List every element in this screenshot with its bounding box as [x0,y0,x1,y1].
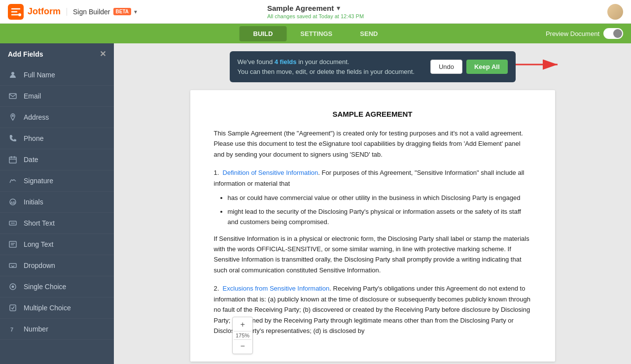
doc-section-2: 2. Exclusions from Sensitive Information… [214,283,531,336]
doc-section-1: 1. Definition of Sensitive Information. … [214,167,531,227]
long-text-icon [8,239,18,249]
sidebar-item-number[interactable]: 7 Number [0,319,114,340]
sidebar-item-label: Address [24,113,49,121]
found-text2: in your document. [297,58,350,66]
doc-title-chevron[interactable]: ▾ [337,4,340,12]
fields-count: 4 fields [275,58,297,66]
doc-paragraph-1: This Sample Agreement (the "Agreement") … [214,128,531,160]
svg-point-2 [11,72,14,75]
sidebar-item-label: Dropdown [24,262,55,269]
tab-send[interactable]: SEND [346,26,391,41]
notification-banner: We've found 4 fields in your document. Y… [230,51,516,82]
top-header: Jotform Sign Builder BETA ▾ Sample Agree… [0,0,631,24]
doc-section-1-title: 1. Definition of Sensitive Information. … [214,167,531,189]
notification-wrapper: We've found 4 fields in your document. Y… [230,51,516,82]
section1-num: 1. [214,169,219,176]
sidebar: Add Fields ✕ Full Name Email [0,43,114,364]
doc-title[interactable]: Sample Agreement ▾ [267,4,364,12]
sidebar-item-label: Signature [24,177,53,185]
svg-rect-3 [9,94,16,99]
sidebar-item-address[interactable]: Address [0,107,114,128]
sidebar-title: Add Fields [8,50,43,58]
list-item: has or could have commercial value or ot… [228,193,531,203]
notification-text: We've found 4 fields in your document. Y… [238,57,415,76]
section1-link[interactable]: Definition of Sensitive Information [223,169,318,176]
section2-text: . Receiving Party's obligations under th… [214,285,530,334]
doc-paragraph-2: If Sensitive Information is in a physica… [214,233,531,276]
svg-point-4 [12,115,14,117]
sidebar-item-label: Initials [24,198,43,206]
sidebar-item-label: Email [24,92,41,100]
svg-rect-13 [10,305,16,311]
content-area: We've found 4 fields in your document. Y… [114,43,631,364]
sign-builder-label: Sign Builder [73,8,110,16]
nav-tabs: BUILD SETTINGS SEND Preview Document [0,24,631,43]
svg-text:7: 7 [10,327,13,332]
notif-buttons: Undo Keep All [430,60,508,74]
sidebar-item-signature[interactable]: Signature [0,170,114,192]
keep-all-button[interactable]: Keep All [466,60,508,74]
doc-status: All changes saved at Today at 12:43 PM [267,13,364,19]
jotform-logo [8,4,24,20]
found-text: We've found [238,58,275,66]
sidebar-item-label: Single Choice [24,283,66,291]
sidebar-item-short-text[interactable]: Short Text [0,213,114,234]
sidebar-item-label: Full Name [24,71,55,79]
person-icon [8,70,18,80]
sub-text: You can then move, edit, or delete the f… [238,67,415,77]
preview-toggle-switch[interactable] [603,28,623,39]
svg-text:AB: AB [10,201,15,204]
short-text-icon [8,218,18,228]
sidebar-item-dropdown[interactable]: Dropdown [0,255,114,276]
email-icon [8,91,18,101]
section2-link[interactable]: Exclusions from Sensitive Information [223,285,330,292]
zoom-level: 175% [234,331,251,340]
sidebar-item-phone[interactable]: Phone [0,128,114,149]
radio-icon [8,282,18,292]
logo-text: Jotform [28,6,61,17]
svg-rect-9 [9,241,16,247]
avatar[interactable] [607,4,623,20]
sidebar-items: Full Name Email Address [0,65,114,364]
chevron-down-icon[interactable]: ▾ [134,8,137,15]
doc-heading: SAMPLE AGREEMENT [214,110,531,118]
doc-bullets: has or could have commercial value or ot… [214,193,531,227]
sign-builder-badge: Sign Builder BETA ▾ [67,8,137,16]
sidebar-item-date[interactable]: Date [0,149,114,170]
calendar-icon [8,155,18,165]
sidebar-item-label: Short Text [24,219,55,227]
main-layout: Add Fields ✕ Full Name Email [0,43,631,364]
list-item: might lead to the security of the Disclo… [228,206,531,228]
tab-build[interactable]: BUILD [240,26,287,41]
undo-button[interactable]: Undo [430,60,462,74]
nav-tabs-center: BUILD SETTINGS SEND [240,26,392,41]
checkbox-icon [8,303,18,313]
sidebar-item-initials[interactable]: AB Initials [0,192,114,213]
logo-area[interactable]: Jotform [8,4,61,20]
sidebar-item-full-name[interactable]: Full Name [0,65,114,86]
section2-num: 2. [214,285,219,292]
sidebar-item-label: Multiple Choice [24,304,71,312]
svg-rect-5 [9,157,16,163]
tab-settings[interactable]: SETTINGS [286,26,346,41]
sidebar-item-label: Number [24,325,48,333]
close-icon[interactable]: ✕ [100,49,106,59]
doc-title-text: Sample Agreement [267,4,334,12]
sidebar-item-label: Date [24,156,38,164]
header-center: Sample Agreement ▾ All changes saved at … [267,4,364,19]
number-icon: 7 [8,324,18,334]
zoom-in-button[interactable]: + [236,318,249,331]
zoom-out-button[interactable]: − [236,340,249,353]
beta-badge: BETA [113,8,131,15]
sidebar-header: Add Fields ✕ [0,43,114,65]
sidebar-item-multiple-choice[interactable]: Multiple Choice [0,298,114,319]
location-icon [8,112,18,122]
svg-point-1 [18,13,21,16]
sidebar-item-long-text[interactable]: Long Text [0,234,114,255]
phone-icon [8,133,18,143]
header-right [607,4,623,20]
sidebar-item-label: Phone [24,134,43,142]
sidebar-item-single-choice[interactable]: Single Choice [0,276,114,298]
dropdown-icon [8,261,18,270]
sidebar-item-email[interactable]: Email [0,86,114,107]
